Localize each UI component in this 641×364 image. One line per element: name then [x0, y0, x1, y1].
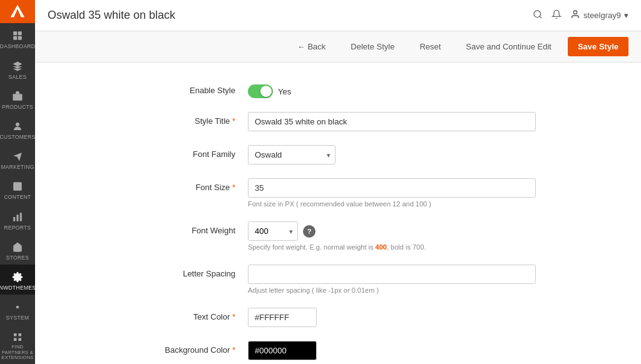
svg-rect-3	[18, 36, 22, 40]
svg-point-15	[534, 11, 541, 18]
style-title-label: Style Title	[148, 112, 248, 126]
top-header: Oswald 35 white on black steelgray9 ▾	[35, 0, 641, 31]
svg-rect-2	[13, 36, 17, 40]
background-color-row: Background Color	[148, 341, 616, 360]
font-size-label: Font Size	[148, 178, 248, 192]
sidebar: DASHBOARD SALES PRODUCTS CUSTOMERS MARKE…	[0, 0, 35, 364]
enable-style-row: Enable Style Yes	[148, 81, 616, 98]
svg-rect-12	[20, 213, 22, 221]
font-weight-help-icon[interactable]: ?	[303, 225, 315, 238]
text-color-label: Text Color	[148, 308, 248, 321]
fw-select-wrap: 400 100 200 300 500 600 700 800 900 ▾	[248, 221, 298, 241]
font-family-control: Oswald Arial Roboto Open Sans ▾	[248, 145, 536, 164]
sidebar-item-marketing-label: MARKETING	[1, 164, 34, 170]
font-family-label: Font Family	[148, 145, 248, 159]
sidebar-item-nwdthemes[interactable]: NWDTHEMES	[0, 265, 35, 295]
form-content: Enable Style Yes Style Title Font Family	[35, 63, 641, 364]
sidebar-item-system-label: SYSTEM	[6, 315, 29, 321]
style-title-control	[248, 112, 536, 131]
sidebar-item-dashboard-label: DASHBOARD	[0, 43, 35, 49]
svg-point-14	[16, 306, 19, 309]
sidebar-item-stores[interactable]: STORES	[0, 235, 35, 265]
font-weight-select[interactable]: 400 100 200 300 500 600 700 800 900	[248, 221, 298, 241]
enable-style-control: Yes	[248, 81, 536, 98]
sidebar-item-sales-label: SALES	[9, 74, 27, 80]
font-weight-hint: Specify font weight. E.g. normal weight …	[248, 243, 536, 251]
toolbar: ← Back Delete Style Reset Save and Conti…	[35, 31, 641, 63]
save-style-button[interactable]: Save Style	[568, 37, 628, 56]
svg-point-17	[573, 11, 577, 14]
letter-spacing-row: Letter Spacing Adjust letter spacing ( l…	[148, 265, 616, 294]
reset-button[interactable]: Reset	[411, 38, 449, 56]
font-size-control: Font size in PX ( recommended value betw…	[248, 178, 536, 208]
letter-spacing-input[interactable]	[248, 265, 536, 284]
text-color-input[interactable]	[248, 308, 317, 327]
enable-style-yes: Yes	[278, 87, 291, 96]
back-button[interactable]: ← Back	[289, 38, 335, 56]
style-title-row: Style Title	[148, 112, 616, 131]
enable-style-toggle[interactable]	[248, 84, 273, 98]
user-dropdown-icon: ▾	[624, 11, 628, 20]
sidebar-item-reports[interactable]: REPORTS	[0, 205, 35, 235]
sidebar-item-content-label: CONTENT	[4, 194, 31, 200]
sidebar-item-customers[interactable]: CUSTOMERS	[0, 114, 35, 144]
sidebar-item-marketing[interactable]: MARKETING	[0, 144, 35, 174]
font-weight-control: 400 100 200 300 500 600 700 800 900 ▾ ?	[248, 221, 536, 251]
svg-rect-0	[13, 32, 17, 36]
sidebar-item-products-label: PRODUCTS	[2, 104, 33, 110]
letter-spacing-control: Adjust letter spacing ( like -1px or 0.0…	[248, 265, 536, 294]
main-area: Oswald 35 white on black steelgray9 ▾ ← …	[35, 0, 641, 364]
font-weight-label: Font Weight	[148, 221, 248, 235]
font-family-select[interactable]: Oswald Arial Roboto Open Sans	[248, 145, 336, 164]
background-color-input[interactable]	[248, 341, 317, 360]
user-icon	[570, 9, 580, 21]
font-family-row: Font Family Oswald Arial Roboto Open San…	[148, 145, 616, 164]
sidebar-item-sales[interactable]: SALES	[0, 54, 35, 84]
font-size-row: Font Size Font size in PX ( recommended …	[148, 178, 616, 208]
svg-line-16	[540, 16, 541, 18]
sidebar-item-system[interactable]: SYSTEM	[0, 295, 35, 325]
font-weight-wrap: 400 100 200 300 500 600 700 800 900 ▾ ?	[248, 221, 536, 241]
font-weight-row: Font Weight 400 100 200 300 500 600 700 …	[148, 221, 616, 251]
font-size-input[interactable]	[248, 178, 536, 198]
enable-style-label: Enable Style	[148, 81, 248, 95]
sidebar-item-nwdthemes-label: NWDTHEMES	[0, 285, 36, 291]
text-color-row: Text Color	[148, 308, 616, 327]
header-icons: steelgray9 ▾	[533, 9, 628, 22]
background-color-label: Background Color	[148, 341, 248, 355]
svg-rect-10	[13, 217, 15, 221]
sidebar-item-content[interactable]: CONTENT	[0, 174, 35, 204]
style-title-input[interactable]	[248, 112, 536, 131]
svg-rect-1	[18, 32, 22, 36]
toggle-wrap: Yes	[248, 81, 536, 98]
username-label: steelgray9	[583, 11, 621, 20]
sidebar-item-products[interactable]: PRODUCTS	[0, 84, 35, 114]
letter-spacing-hint: Adjust letter spacing ( like -1px or 0.0…	[248, 286, 536, 294]
letter-spacing-label: Letter Spacing	[148, 265, 248, 278]
sidebar-item-find-label: FIND PARTNERS & EXTENSIONS	[0, 345, 35, 360]
search-icon[interactable]	[533, 9, 543, 22]
svg-rect-4	[13, 94, 23, 101]
sidebar-item-customers-label: CUSTOMERS	[0, 134, 35, 140]
sidebar-item-find[interactable]: FIND PARTNERS & EXTENSIONS	[0, 325, 35, 364]
sidebar-item-stores-label: STORES	[6, 255, 29, 261]
text-color-control	[248, 308, 536, 327]
sidebar-logo[interactable]	[0, 0, 35, 23]
font-size-hint: Font size in PX ( recommended value betw…	[248, 200, 536, 208]
sidebar-item-reports-label: REPORTS	[4, 225, 31, 231]
delete-style-button[interactable]: Delete Style	[342, 38, 403, 56]
user-menu[interactable]: steelgray9 ▾	[570, 9, 628, 21]
font-family-select-wrap: Oswald Arial Roboto Open Sans ▾	[248, 145, 336, 164]
background-color-control	[248, 341, 536, 360]
svg-rect-11	[17, 215, 19, 221]
svg-rect-6	[13, 183, 22, 191]
page-title: Oswald 35 white on black	[48, 9, 533, 22]
save-continue-button[interactable]: Save and Continue Edit	[457, 38, 560, 56]
notifications-icon[interactable]	[551, 9, 562, 22]
svg-point-5	[16, 123, 19, 126]
sidebar-item-dashboard[interactable]: DASHBOARD	[0, 23, 35, 53]
